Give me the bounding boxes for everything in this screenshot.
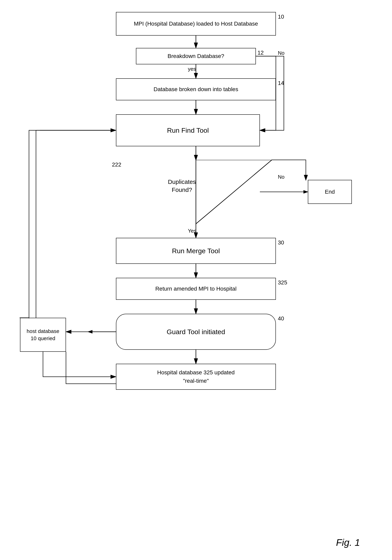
node-hospital-final-label: Hospital database 325 updated"real-time" <box>157 368 235 385</box>
diamond-triangle: Duplicates Found? <box>120 160 272 228</box>
node-end: End <box>308 180 352 204</box>
flowchart-diagram: MPI (Hospital Database) loaded to Host D… <box>0 0 392 560</box>
node-run-find: Run Find Tool <box>116 114 260 146</box>
node-guard-tool: Guard Tool initiated <box>116 314 276 350</box>
yes-label-1: yes <box>188 66 196 72</box>
node-return-mpi-label: Return amended MPI to Hospital <box>155 286 236 292</box>
node-12-label: Breakdown Database? <box>168 53 224 59</box>
node-run-find-label: Run Find Tool <box>167 127 209 134</box>
svg-marker-11 <box>196 160 272 224</box>
node-host-db: host database10 queried <box>20 318 66 352</box>
node-return-mpi: Return amended MPI to Hospital <box>116 278 276 300</box>
yes-label-2: Yes <box>188 228 196 234</box>
figure-label: Fig. 1 <box>336 537 360 548</box>
node-end-label: End <box>325 189 335 195</box>
node-hospital-final: Hospital database 325 updated"real-time" <box>116 364 276 390</box>
svg-text:Duplicates: Duplicates <box>168 179 196 185</box>
node-10: MPI (Hospital Database) loaded to Host D… <box>116 12 276 36</box>
node-10-label: MPI (Hospital Database) loaded to Host D… <box>134 20 258 27</box>
ref-222: 222 <box>112 161 121 168</box>
ref-325: 325 <box>278 280 287 286</box>
node-guard-tool-label: Guard Tool initiated <box>167 328 225 336</box>
ref-12: 12 <box>257 50 264 56</box>
no-label-1: No <box>278 50 284 56</box>
node-run-merge-label: Run Merge Tool <box>172 247 220 255</box>
ref-40: 40 <box>278 315 284 322</box>
node-host-db-label: host database10 queried <box>27 328 59 342</box>
node-run-merge: Run Merge Tool <box>116 238 276 264</box>
ref-10: 10 <box>278 14 284 20</box>
no-label-2: No <box>278 174 284 180</box>
node-14: Database broken down into tables <box>116 78 276 100</box>
node-12: Breakdown Database? <box>136 48 256 64</box>
svg-text:Found?: Found? <box>172 187 192 193</box>
ref-14: 14 <box>278 80 284 86</box>
node-14-label: Database broken down into tables <box>153 86 238 92</box>
ref-30: 30 <box>278 240 284 246</box>
